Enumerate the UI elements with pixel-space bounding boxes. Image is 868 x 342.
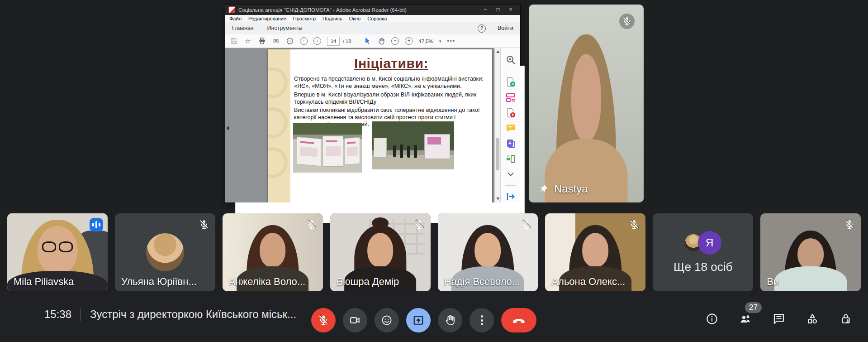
scroll-down-icon[interactable] <box>496 197 500 200</box>
participant-name: Mila Piliavska <box>14 276 74 288</box>
slide-paragraph: Вперше в м. Києві візуалізували образи В… <box>294 92 489 106</box>
page-total-label: / 18 <box>343 39 351 44</box>
zoom-in-icon[interactable]: + <box>405 37 413 45</box>
organize-pages-tool-icon[interactable] <box>505 92 516 103</box>
participant-tile-mila[interactable]: Mila Piliavska <box>7 213 108 291</box>
document-canvas: Ініціативи: Створено та представлено в м… <box>225 48 500 202</box>
tab-home[interactable]: Главная <box>225 22 261 34</box>
people-button[interactable]: 27 <box>739 312 752 326</box>
zoom-out-icon[interactable]: − <box>391 37 399 45</box>
menu-bar: Файл Редактирование Просмотр Подпись Окн… <box>225 15 520 22</box>
acrobat-titlebar[interactable]: Соціальна агенція "СНІД-ДОПОМОГА" - Adob… <box>225 5 520 15</box>
participant-tile-nadiya[interactable]: Надія Всеволо... <box>438 213 538 291</box>
video-feed <box>529 5 644 202</box>
menu-help[interactable]: Справка <box>367 16 387 21</box>
window-title: Соціальна агенція "СНІД-ДОПОМОГА" - Adob… <box>238 7 407 13</box>
maximize-button[interactable]: □ <box>492 5 504 15</box>
next-page-icon[interactable]: ↓ <box>313 37 321 45</box>
microphone-off-button[interactable] <box>311 308 336 332</box>
fill-sign-tool-icon[interactable] <box>505 154 516 164</box>
print-icon[interactable] <box>258 37 266 45</box>
email-icon[interactable]: ✉ <box>272 37 280 45</box>
self-avatar: Я <box>698 231 721 255</box>
participant-tile-anzhelika[interactable]: Анжеліка Воло... <box>223 213 323 291</box>
vertical-scrollbar[interactable] <box>494 48 500 202</box>
panel-controls: 27 <box>705 312 853 326</box>
participants-count-badge: 27 <box>745 302 762 313</box>
tab-bar: Главная Инструменты Соціальна агенція...… <box>225 22 520 34</box>
export-pdf-tool-icon[interactable] <box>505 77 516 87</box>
pinned-tile-nameplate: Nastya <box>539 183 588 195</box>
present-screen-button[interactable] <box>406 308 431 332</box>
activities-button[interactable] <box>806 312 819 326</box>
acrobat-app-icon <box>228 6 235 13</box>
scrollbar-thumb[interactable] <box>496 138 499 170</box>
reactions-button[interactable] <box>375 308 399 332</box>
participant-tile-byushra[interactable]: Бюшра Демір <box>330 213 431 291</box>
combine-files-tool-icon[interactable] <box>505 138 516 149</box>
overflow-tile-more-people[interactable]: Я Ще 18 осіб <box>653 213 753 291</box>
participant-tile-you[interactable]: Ви <box>760 213 861 291</box>
zoom-menu-caret-icon[interactable]: ▾ <box>439 39 441 43</box>
menu-window[interactable]: Окно <box>349 16 361 21</box>
menu-file[interactable]: Файл <box>229 16 242 21</box>
participant-tile-alona[interactable]: Альона Олекс... <box>545 213 645 291</box>
acrobat-toolbar: ☆ ✉ ↑ ↓ 14 / 18 − <box>225 34 520 48</box>
raise-hand-button[interactable] <box>438 308 462 332</box>
meta-divider <box>81 308 81 321</box>
slide-photo-park-exhibition <box>372 121 454 169</box>
chat-button[interactable] <box>772 312 786 326</box>
zoom-level-value[interactable]: 47,5% <box>418 39 433 44</box>
feedback-bubble-icon[interactable] <box>286 37 294 45</box>
glasses <box>42 241 73 252</box>
participant-name: Nastya <box>554 183 588 195</box>
meeting-title: Зустріч з директоркою Київського міськ..… <box>90 308 296 321</box>
participant-name: Бюшра Демір <box>337 276 399 288</box>
minimize-button[interactable]: – <box>479 5 492 15</box>
participant-tile-ulyana[interactable]: Ульяна Юріївн... <box>115 213 215 291</box>
menu-edit[interactable]: Редактирование <box>248 16 286 21</box>
page-number-input[interactable]: 14 <box>327 37 340 46</box>
star-icon[interactable]: ☆ <box>244 37 252 45</box>
toolbar-more-icon[interactable]: ••• <box>447 38 456 44</box>
collapse-left-pane-icon[interactable] <box>226 126 229 130</box>
comment-tool-icon[interactable] <box>505 123 516 134</box>
hand-tool-icon[interactable] <box>377 37 385 45</box>
host-controls-button[interactable] <box>839 312 853 326</box>
selection-cursor-icon[interactable] <box>363 37 371 45</box>
participant-tiles-row: Mila Piliavska Ульяна Юріївн... Анжеліка… <box>7 213 861 291</box>
participant-name: Ви <box>767 276 779 288</box>
microphone-off-icon <box>844 219 855 231</box>
pinned-tile-nastya[interactable]: Nastya <box>529 5 644 202</box>
help-icon[interactable]: ? <box>478 24 486 33</box>
more-options-button[interactable] <box>470 308 494 332</box>
more-people-label: Ще 18 осіб <box>674 260 732 274</box>
acrobat-window: Соціальна агенція "СНІД-ДОПОМОГА" - Adob… <box>225 5 520 202</box>
save-icon[interactable] <box>230 37 238 45</box>
camera-button[interactable] <box>343 308 367 332</box>
tab-tools[interactable]: Инструменты <box>261 22 309 34</box>
meeting-details-button[interactable] <box>705 312 719 326</box>
participant-name: Ульяна Юріївн... <box>121 276 197 288</box>
more-tools-chevron-icon[interactable] <box>505 169 516 180</box>
google-meet-app: Соціальна агенція "СНІД-ДОПОМОГА" - Adob… <box>0 0 868 342</box>
bottom-bar: 15:38 Зустріч з директоркою Київського м… <box>0 291 868 342</box>
pin-icon <box>539 184 549 194</box>
microphone-off-icon <box>413 219 425 231</box>
microphone-off-icon <box>619 14 635 29</box>
search-tool-icon[interactable] <box>505 54 516 65</box>
participant-name: Альона Олекс... <box>551 276 625 288</box>
close-button[interactable]: × <box>504 5 517 15</box>
sign-in-button[interactable]: Войти <box>498 25 513 31</box>
scroll-up-icon[interactable] <box>496 50 500 53</box>
slide-paragraph: Створено та представлено в м. Києві соці… <box>294 76 489 90</box>
previous-page-icon[interactable]: ↑ <box>300 37 308 45</box>
menu-view[interactable]: Просмотр <box>293 16 316 21</box>
slide-side-band <box>268 49 290 202</box>
participant-name: Надія Всеволо... <box>444 276 521 288</box>
create-pdf-tool-icon[interactable] <box>505 107 516 118</box>
open-tools-pane-icon[interactable] <box>505 191 516 202</box>
end-call-button[interactable] <box>501 308 536 332</box>
menu-sign[interactable]: Подпись <box>323 16 342 21</box>
avatar <box>146 233 184 271</box>
